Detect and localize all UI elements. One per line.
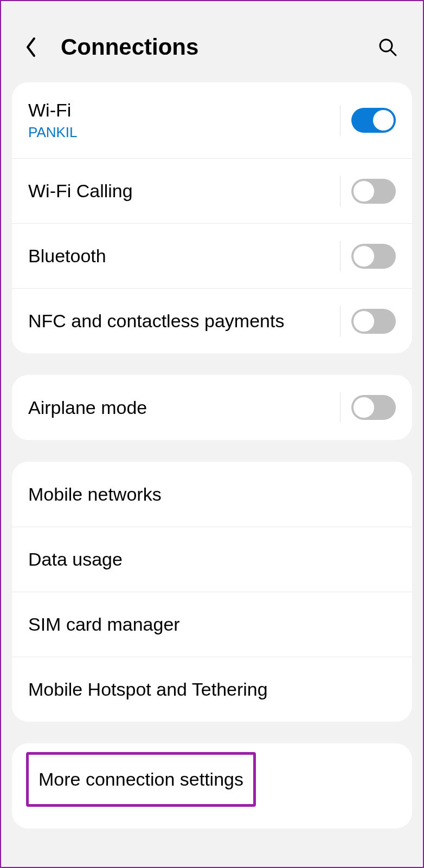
hotspot-content: Mobile Hotspot and Tethering	[28, 679, 396, 700]
wifi-calling-toggle[interactable]	[351, 179, 396, 204]
divider	[340, 241, 341, 271]
mobile-networks-label: Mobile networks	[28, 484, 396, 505]
toggle-thumb	[353, 180, 375, 202]
connections-group-1: Wi-Fi PANKIL Wi-Fi Calling Bluetooth NFC…	[12, 82, 412, 353]
nfc-content: NFC and contactless payments	[28, 310, 340, 332]
bluetooth-content: Bluetooth	[28, 245, 340, 267]
divider	[340, 392, 341, 423]
chevron-left-icon	[24, 36, 38, 58]
wifi-calling-label: Wi-Fi Calling	[28, 180, 340, 202]
sim-content: SIM card manager	[28, 614, 396, 635]
airplane-row[interactable]: Airplane mode	[12, 375, 412, 440]
wifi-label: Wi-Fi	[28, 100, 340, 121]
wifi-row[interactable]: Wi-Fi PANKIL	[12, 82, 412, 158]
search-icon	[378, 37, 397, 57]
nfc-row[interactable]: NFC and contactless payments	[12, 288, 412, 353]
toggle-thumb	[372, 109, 394, 131]
more-connection-settings-row[interactable]: More connection settings	[26, 752, 256, 807]
connections-group-4: More connection settings	[12, 743, 412, 828]
airplane-toggle[interactable]	[351, 395, 396, 420]
wifi-calling-content: Wi-Fi Calling	[28, 180, 340, 202]
more-connection-settings-label: More connection settings	[38, 769, 243, 789]
airplane-label: Airplane mode	[28, 397, 340, 418]
hotspot-row[interactable]: Mobile Hotspot and Tethering	[12, 657, 412, 722]
bluetooth-toggle[interactable]	[351, 244, 396, 269]
bluetooth-row[interactable]: Bluetooth	[12, 223, 412, 288]
mobile-networks-content: Mobile networks	[28, 484, 396, 505]
wifi-toggle[interactable]	[351, 108, 396, 133]
connections-group-2: Airplane mode	[12, 375, 412, 440]
data-usage-content: Data usage	[28, 549, 396, 570]
toggle-thumb	[353, 245, 375, 267]
page-title: Connections	[61, 34, 374, 60]
search-button[interactable]	[374, 34, 401, 61]
divider	[340, 105, 341, 135]
airplane-content: Airplane mode	[28, 397, 340, 418]
hotspot-label: Mobile Hotspot and Tethering	[28, 679, 396, 700]
bluetooth-label: Bluetooth	[28, 245, 340, 267]
sim-manager-row[interactable]: SIM card manager	[12, 592, 412, 657]
header: Connections	[1, 1, 423, 82]
svg-point-0	[380, 40, 392, 51]
connections-group-3: Mobile networks Data usage SIM card mana…	[12, 462, 412, 722]
wifi-calling-row[interactable]: Wi-Fi Calling	[12, 158, 412, 223]
data-usage-label: Data usage	[28, 549, 396, 570]
divider	[340, 176, 341, 206]
wifi-network-name: PANKIL	[28, 124, 340, 141]
sim-label: SIM card manager	[28, 614, 396, 635]
nfc-label: NFC and contactless payments	[28, 310, 340, 332]
wifi-content: Wi-Fi PANKIL	[28, 100, 340, 141]
toggle-thumb	[353, 310, 375, 332]
divider	[340, 306, 341, 336]
toggle-thumb	[353, 397, 375, 418]
data-usage-row[interactable]: Data usage	[12, 527, 412, 592]
back-button[interactable]	[17, 34, 44, 61]
svg-line-1	[391, 50, 396, 55]
mobile-networks-row[interactable]: Mobile networks	[12, 462, 412, 527]
nfc-toggle[interactable]	[351, 309, 396, 334]
